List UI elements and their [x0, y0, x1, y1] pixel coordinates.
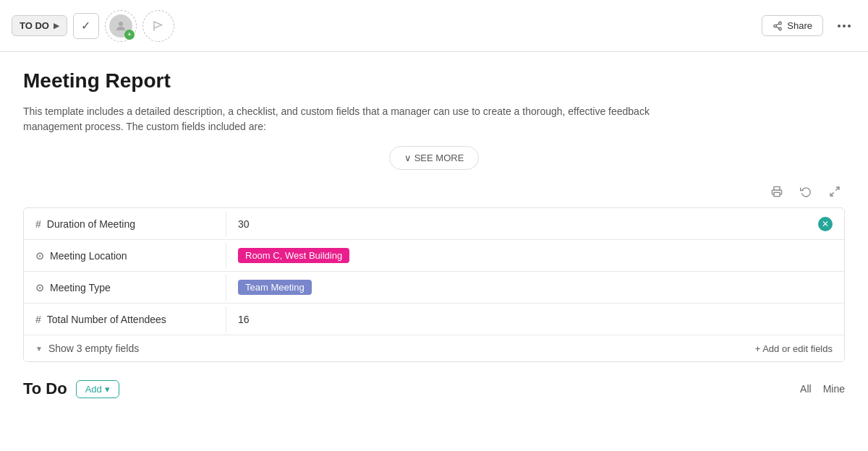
chevron-down-icon: ▼ [35, 345, 43, 353]
duration-value-wrapper: 30 ✕ [238, 217, 833, 231]
svg-line-8 [830, 192, 834, 196]
history-icon[interactable] [796, 181, 816, 202]
clear-duration-icon[interactable]: ✕ [818, 217, 833, 231]
show-empty-button[interactable]: ▼ Show 3 empty fields [35, 343, 139, 354]
see-more-label: SEE MORE [414, 153, 464, 163]
dot3 [848, 25, 851, 27]
status-label: TO DO [20, 20, 49, 31]
toolbar: TO DO ▶ ✓ + Share [0, 0, 868, 52]
field-row-type: ⊙ Meeting Type Team Meeting [24, 272, 844, 304]
attendees-value: 16 [238, 314, 250, 325]
dot2 [843, 25, 846, 27]
svg-point-3 [779, 27, 782, 30]
todo-title: To Do [23, 379, 67, 398]
toolbar-right: Share [762, 15, 856, 36]
action-icons [23, 181, 845, 202]
chevron-right-icon: ▶ [54, 22, 59, 30]
field-label-location: ⊙ Meeting Location [24, 243, 226, 269]
field-row-attendees: # Total Number of Attendees 16 [24, 304, 844, 335]
main-content: Meeting Report This template includes a … [0, 52, 868, 362]
flag-button[interactable] [142, 10, 174, 42]
type-tag: Team Meeting [238, 280, 312, 295]
field-label-text-duration: Duration of Meeting [47, 218, 135, 230]
assign-avatar-button[interactable]: + [105, 10, 137, 42]
svg-line-5 [776, 23, 779, 25]
filter-all-button[interactable]: All [800, 383, 812, 395]
add-avatar-icon: + [124, 30, 135, 40]
field-label-type: ⊙ Meeting Type [24, 275, 226, 301]
dropdown-icon-type: ⊙ [35, 282, 44, 293]
add-chevron: ▾ [105, 384, 110, 395]
description-text: This template includes a detailed descri… [23, 104, 674, 134]
fields-table: # Duration of Meeting 30 ✕ ⊙ Meeting Loc… [23, 207, 845, 362]
field-value-location[interactable]: Room C, West Building [226, 241, 844, 270]
check-icon: ✓ [81, 19, 90, 33]
field-label-text-type: Meeting Type [50, 282, 111, 293]
page-title: Meeting Report [23, 69, 845, 93]
show-empty-label: Show 3 empty fields [48, 343, 139, 354]
svg-point-2 [774, 25, 777, 27]
share-button[interactable]: Share [762, 15, 823, 36]
field-value-type[interactable]: Team Meeting [226, 272, 844, 302]
add-edit-fields-link[interactable]: + Add or edit fields [755, 343, 833, 354]
check-button[interactable]: ✓ [73, 13, 99, 39]
todo-right: All Mine [800, 383, 845, 395]
field-label-text-location: Meeting Location [50, 250, 127, 262]
field-row-location: ⊙ Meeting Location Room C, West Building [24, 240, 844, 272]
see-more-button[interactable]: ∨ SEE MORE [389, 146, 480, 170]
svg-rect-6 [774, 192, 780, 196]
add-label: Add [85, 384, 102, 395]
filter-mine-button[interactable]: Mine [823, 383, 845, 395]
status-button[interactable]: TO DO ▶ [12, 15, 67, 36]
more-options-button[interactable] [832, 22, 856, 30]
see-more-chevron: ∨ [404, 153, 412, 163]
svg-point-0 [119, 22, 123, 26]
field-label-attendees: # Total Number of Attendees [24, 306, 226, 332]
share-label: Share [787, 20, 812, 31]
add-button[interactable]: Add ▾ [76, 380, 119, 398]
show-empty-row: ▼ Show 3 empty fields + Add or edit fiel… [24, 335, 844, 361]
expand-icon[interactable] [825, 181, 845, 202]
svg-line-4 [776, 26, 779, 27]
todo-left: To Do Add ▾ [23, 379, 119, 398]
svg-point-1 [779, 22, 782, 25]
print-icon[interactable] [767, 181, 787, 202]
field-value-attendees[interactable]: 16 [226, 306, 844, 332]
field-label-duration: # Duration of Meeting [24, 211, 226, 237]
todo-section: To Do Add ▾ All Mine [0, 362, 868, 398]
svg-line-7 [835, 187, 839, 191]
dot1 [838, 25, 841, 27]
number-icon-attendees: # [35, 314, 41, 325]
field-row-duration: # Duration of Meeting 30 ✕ [24, 208, 844, 240]
number-icon-duration: # [35, 218, 41, 230]
see-more-container: ∨ SEE MORE [23, 146, 845, 170]
location-tag: Room C, West Building [238, 248, 349, 263]
field-label-text-attendees: Total Number of Attendees [47, 314, 166, 325]
duration-value: 30 [238, 218, 250, 230]
field-value-duration[interactable]: 30 ✕ [226, 210, 844, 239]
dropdown-icon-location: ⊙ [35, 250, 44, 262]
